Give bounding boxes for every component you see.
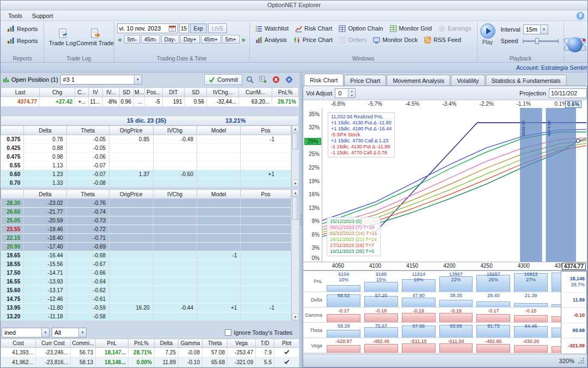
analysis-button[interactable]: Analysis bbox=[253, 35, 290, 45]
earnings-button[interactable]: $Earnings bbox=[436, 23, 474, 33]
option-row[interactable]: 0.4750.98-0.06 bbox=[1, 153, 291, 161]
totals-column-header[interactable]: PnL bbox=[96, 339, 128, 348]
stats-column-header[interactable]: Last bbox=[1, 88, 40, 97]
watchlist-button[interactable]: Watchlist bbox=[253, 23, 291, 33]
option-row[interactable]: 22.15-18.40-0.71 bbox=[1, 234, 291, 243]
projection-date-field[interactable]: 10/11/202 bbox=[549, 88, 587, 98]
option-row[interactable]: 28.30-23.02-0.76 bbox=[1, 199, 291, 208]
stats-column-header[interactable]: PnL% bbox=[272, 88, 299, 97]
position-select[interactable]: #3 1▾ bbox=[60, 75, 142, 85]
step-back-fast-icon[interactable]: « bbox=[117, 35, 123, 44]
totals-column-header[interactable]: Gamma bbox=[179, 339, 203, 348]
commit-trade-button[interactable]: Commit Trade bbox=[79, 23, 111, 51]
risk-chart-button[interactable]: Risk Chart bbox=[292, 23, 335, 33]
interval-badge[interactable]: 15 bbox=[179, 23, 189, 33]
tab-movement-analysis[interactable]: Movement Analysis bbox=[387, 75, 450, 86]
option-row[interactable]: 0.701.33-0.08 bbox=[1, 179, 291, 188]
play-button[interactable] bbox=[480, 23, 495, 39]
totals-row[interactable]: 41,393...-23,246...56.7318,147...28.71%7… bbox=[1, 348, 299, 358]
option-row[interactable]: 13.20-11.18-0.58 bbox=[1, 312, 291, 321]
commit-button[interactable]: Commit bbox=[204, 74, 242, 85]
menu-tools[interactable]: Tools bbox=[4, 12, 27, 20]
rss-feed-button[interactable]: RSS Feed bbox=[421, 35, 464, 45]
monitor-grid-button[interactable]: Monitor Grid bbox=[387, 23, 435, 33]
live-button[interactable]: LIVE bbox=[208, 23, 228, 33]
nav-5m-button[interactable]: 5m+ bbox=[222, 35, 240, 44]
titlebar[interactable]: OptionNET Explorer bbox=[1, 1, 587, 10]
option-row[interactable]: 23.55-19.46-0.72 bbox=[1, 225, 291, 234]
trades-filter-select[interactable]: All▾ bbox=[52, 328, 87, 337]
option-column-header[interactable]: Model bbox=[197, 126, 240, 135]
scroll-thumb[interactable] bbox=[292, 197, 298, 220]
option-row[interactable]: 17.50-14.71-0.66 bbox=[1, 269, 291, 277]
totals-row[interactable]: 41,962...-23,816...58.1318,146...0.00%11… bbox=[1, 358, 299, 367]
monitor-dock-button[interactable]: Monitor Dock bbox=[370, 35, 420, 45]
scroll-down-icon[interactable]: ▼ bbox=[292, 313, 299, 321]
stats-column-header[interactable]: SD bbox=[119, 88, 133, 97]
option-column-header[interactable]: Theta bbox=[66, 126, 109, 135]
totals-column-header[interactable]: Delta bbox=[155, 339, 179, 348]
panel-splitter[interactable] bbox=[299, 73, 303, 367]
option-column-header[interactable]: IVChg bbox=[153, 126, 197, 135]
totals-column-header[interactable]: Vega bbox=[228, 339, 256, 348]
option-chain-button[interactable]: Option Chain bbox=[336, 23, 385, 33]
scroll-up-icon[interactable]: ▲ bbox=[292, 189, 299, 196]
option-column-header[interactable]: Pos bbox=[241, 126, 291, 135]
menu-support[interactable]: Support bbox=[28, 12, 58, 20]
stats-column-header[interactable]: CurrM... bbox=[239, 88, 272, 97]
totals-column-header[interactable]: Theta bbox=[203, 339, 228, 348]
option-column-header[interactable]: Theta bbox=[66, 190, 109, 199]
option-row[interactable]: 13.95-11.80-0.5916.20-0.44+1-1 bbox=[1, 304, 291, 312]
option-row[interactable]: 25.05-20.59-0.73 bbox=[1, 216, 291, 225]
totals-column-header[interactable]: Cost bbox=[1, 339, 36, 348]
scroll-thumb[interactable] bbox=[292, 133, 298, 149]
plot-checkbox[interactable] bbox=[274, 358, 299, 367]
option-column-header[interactable]: Model bbox=[197, 190, 240, 199]
option-column-header[interactable]: Delta bbox=[24, 126, 66, 135]
totals-column-header[interactable]: PnL% bbox=[128, 339, 155, 348]
scrollbar[interactable]: ▲ ▼ bbox=[291, 125, 299, 187]
option-column-header[interactable]: OrigPrice bbox=[109, 126, 153, 135]
totals-column-header[interactable]: Curr Cost bbox=[36, 339, 71, 348]
stats-column-header[interactable]: M... bbox=[133, 88, 144, 97]
price-chart-button[interactable]: Price Chart bbox=[291, 35, 335, 45]
resize-grip[interactable] bbox=[578, 357, 585, 364]
spin-down-icon[interactable]: ▾ bbox=[348, 93, 355, 98]
option-column-header[interactable]: IVChg bbox=[153, 190, 197, 199]
totals-column-header[interactable]: Plot bbox=[274, 339, 299, 348]
ignore-todays-trades-checkbox[interactable] bbox=[225, 329, 231, 336]
position-filter-select[interactable]: ined▾ bbox=[2, 328, 50, 337]
grid-add-icon[interactable] bbox=[258, 74, 268, 85]
stats-column-header[interactable]: IV... bbox=[103, 88, 120, 97]
option-column-header[interactable] bbox=[1, 126, 24, 135]
reports-button[interactable]: Reports bbox=[4, 23, 41, 34]
app-logo-icon[interactable] bbox=[565, 34, 585, 55]
option-row[interactable]: 0.3750.78-0.050.85-0.48-1 bbox=[1, 135, 291, 144]
exp-button[interactable]: Exp bbox=[190, 23, 207, 33]
stats-column-header[interactable]: DIT bbox=[162, 88, 185, 97]
reports-button-2[interactable]: Reports bbox=[4, 35, 41, 46]
option-row[interactable]: 16.55-13.93-0.64 bbox=[1, 277, 291, 286]
nav-45m-button[interactable]: 45m+ bbox=[201, 35, 221, 44]
search-icon[interactable] bbox=[244, 74, 255, 85]
spin-up-icon[interactable]: ▴ bbox=[348, 89, 355, 93]
nav-day-button[interactable]: Day- bbox=[161, 35, 179, 44]
stats-column-header[interactable]: Pos... bbox=[145, 88, 163, 97]
settings-gear-icon[interactable] bbox=[284, 74, 295, 85]
vol-adjust-input[interactable]: 0 ▴▾ bbox=[335, 88, 356, 98]
speed-slider[interactable] bbox=[523, 40, 559, 42]
option-row[interactable]: 14.75-12.46-0.61 bbox=[1, 295, 291, 304]
tab-statistics-fundamentals[interactable]: Statistics & Fundamentals bbox=[486, 75, 567, 86]
option-row[interactable]: 0.551.13-0.07 bbox=[1, 161, 291, 170]
scroll-up-icon[interactable]: ▲ bbox=[292, 125, 299, 132]
option-row[interactable]: 18.55-15.56-0.67 bbox=[1, 260, 291, 269]
option-column-header[interactable]: Pos bbox=[241, 190, 291, 199]
option-column-header[interactable]: Delta bbox=[24, 190, 66, 199]
expiration-header[interactable]: 15 dic. 23 (35) 13.21% bbox=[1, 116, 299, 125]
close-icon[interactable] bbox=[271, 74, 281, 85]
orders-button[interactable]: Orders bbox=[336, 35, 370, 45]
stats-column-header[interactable]: SD bbox=[185, 88, 207, 97]
option-row[interactable]: 20.90-17.40-0.69 bbox=[1, 243, 291, 251]
nav-45m-button[interactable]: 45m- bbox=[141, 35, 160, 44]
tab-volatility[interactable]: Volatility bbox=[451, 75, 485, 86]
